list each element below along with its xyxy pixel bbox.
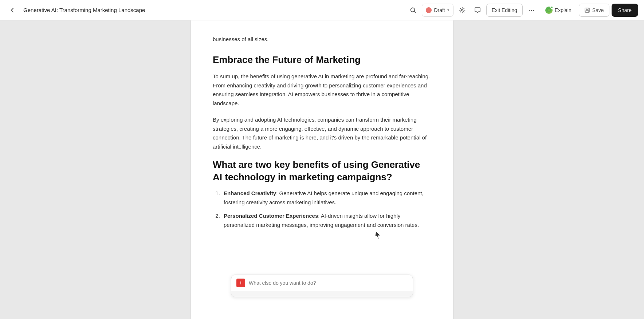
back-button[interactable] bbox=[6, 4, 19, 17]
draft-color-indicator bbox=[426, 7, 432, 13]
explain-button[interactable]: Explain bbox=[540, 4, 577, 17]
chat-icon: i bbox=[236, 279, 245, 287]
right-sidebar bbox=[487, 20, 644, 319]
draft-label: Draft bbox=[434, 7, 445, 13]
list-item: Personalized Customer Experiences: AI-dr… bbox=[221, 212, 431, 230]
exit-editing-label: Exit Editing bbox=[492, 7, 517, 13]
svg-point-2 bbox=[547, 8, 551, 12]
chat-text-input[interactable] bbox=[249, 280, 408, 286]
explain-label: Explain bbox=[555, 7, 572, 13]
explain-status-dot bbox=[550, 6, 553, 9]
more-icon: ⋯ bbox=[528, 6, 535, 14]
suggestion-bar bbox=[231, 291, 413, 297]
settings-button[interactable] bbox=[456, 4, 469, 17]
svg-point-1 bbox=[461, 9, 463, 11]
svg-rect-4 bbox=[586, 8, 588, 9]
left-sidebar bbox=[0, 20, 157, 319]
list-item: Enhanced Creativity: Generative AI helps… bbox=[221, 189, 431, 207]
exit-editing-button[interactable]: Exit Editing bbox=[486, 4, 523, 17]
share-button[interactable]: Share bbox=[612, 4, 638, 17]
share-label: Share bbox=[618, 7, 632, 13]
save-label: Save bbox=[592, 7, 604, 13]
section2-heading: What are two key benefits of using Gener… bbox=[213, 159, 431, 184]
section1-paragraph2: By exploring and adopting AI technologie… bbox=[213, 115, 431, 151]
main-area: businesses of all sizes. Embrace the Fut… bbox=[0, 20, 644, 319]
intro-text: businesses of all sizes. bbox=[213, 35, 431, 44]
document-title: Generative AI: Transforming Marketing La… bbox=[23, 7, 145, 13]
chat-input-area: i bbox=[231, 275, 413, 297]
list-item-bold-1: Enhanced Creativity bbox=[224, 190, 276, 196]
explain-icon bbox=[545, 7, 553, 14]
benefits-list: Enhanced Creativity: Generative AI helps… bbox=[221, 189, 431, 229]
chat-input-container: i bbox=[231, 275, 413, 297]
svg-point-0 bbox=[411, 8, 415, 12]
section1-paragraph1: To sum up, the benefits of using generat… bbox=[213, 72, 431, 108]
topbar-left: Generative AI: Transforming Marketing La… bbox=[6, 4, 404, 17]
save-button[interactable]: Save bbox=[579, 4, 609, 17]
topbar: Generative AI: Transforming Marketing La… bbox=[0, 0, 644, 20]
comment-button[interactable] bbox=[471, 4, 484, 17]
section1-heading: Embrace the Future of Marketing bbox=[213, 54, 431, 66]
topbar-right: Draft ▾ Exit Editing ⋯ bbox=[407, 4, 638, 17]
search-button[interactable] bbox=[407, 4, 420, 17]
document-page: businesses of all sizes. Embrace the Fut… bbox=[191, 20, 453, 319]
chat-input-row: i bbox=[231, 275, 413, 291]
chat-icon-label: i bbox=[240, 281, 241, 285]
draft-button[interactable]: Draft ▾ bbox=[422, 4, 453, 17]
more-options-button[interactable]: ⋯ bbox=[525, 4, 538, 17]
list-item-bold-2: Personalized Customer Experiences bbox=[224, 213, 318, 219]
chevron-down-icon: ▾ bbox=[447, 8, 449, 12]
document-area: businesses of all sizes. Embrace the Fut… bbox=[157, 20, 487, 319]
